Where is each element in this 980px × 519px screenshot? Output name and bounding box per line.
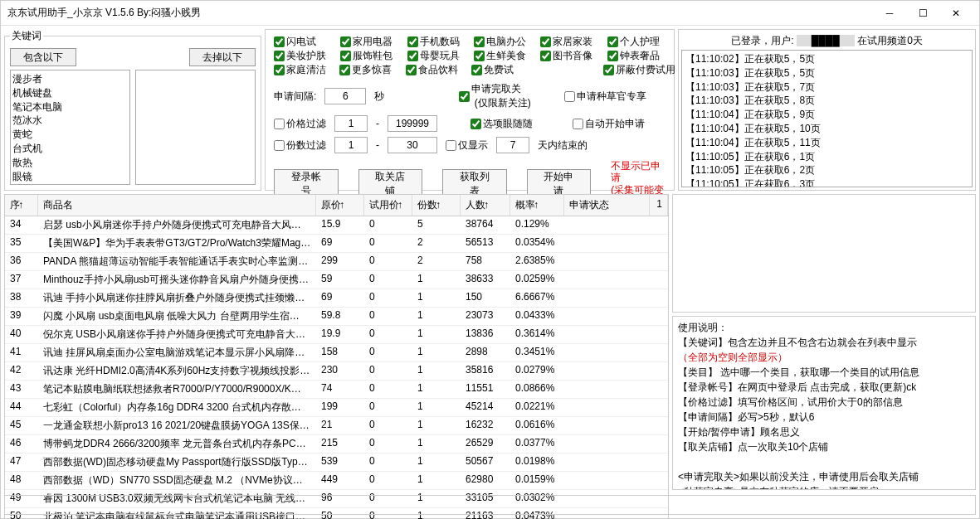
table-row[interactable]: 40倪尔克 USB小风扇迷你手持户外随身便携式可充电静音大…19.9011383… (5, 326, 668, 344)
price-lo[interactable] (334, 115, 368, 132)
table-row[interactable]: 42讯达康 光纤HDMI2.0高清4K系列60Hz支持数字视频线投影…23001… (5, 362, 668, 381)
table-row[interactable]: 36PANDA 熊猫超薄运动智能手表智能通话手表实时心率监测…299027582… (5, 253, 668, 271)
category-chk[interactable]: 家用电器 (340, 35, 398, 49)
table-row[interactable]: 43笔记本贴膜电脑纸联想拯救者R7000/P/Y7000/R9000X/K…74… (5, 381, 668, 399)
category-chk[interactable]: 生鲜美食 (474, 49, 532, 63)
follow-chk[interactable]: 选项眼随随 (470, 117, 533, 131)
table-row[interactable]: 39闪魔 小风扇 usb桌面电风扇 低噪大风力 台壁两用学生宿…59.80123… (5, 308, 668, 326)
log-box[interactable]: 【11:10:02】正在获取5，5页【11:10:03】正在获取5，5页【11:… (681, 50, 973, 187)
sort-arrow-icon: ↑ (18, 199, 23, 211)
price-hi[interactable] (388, 115, 437, 132)
table-row[interactable]: 44七彩虹（Colorful）内存条16g DDR4 3200 台式机内存散…1… (5, 399, 668, 417)
category-chk[interactable]: 家居家装 (540, 35, 598, 49)
table-row[interactable]: 45一龙通金联想小新pro13 16 2021/20键盘膜扬YOGA 13S保…… (5, 417, 668, 435)
help-panel: 使用说明：【关键词】包含左边并且不包含右边就会在列表中显示 （全部为空则全部显示… (672, 316, 976, 490)
table-row[interactable]: 46博带蚂龙DDR4 2666/3200频率 龙元普条台式机内存条PC游…215… (5, 435, 668, 454)
minimize-button[interactable]: ─ (873, 2, 906, 25)
copy-lo[interactable] (334, 137, 368, 153)
exclude-textarea[interactable] (135, 70, 256, 185)
category-chk[interactable]: 家庭清洁 (274, 63, 331, 77)
right-panel: 已登录，用户: ████ 在试用频道0天 【11:10:02】正在获取5，5页【… (678, 29, 976, 191)
status-bar (4, 495, 976, 515)
exclude-button[interactable]: 去掉以下 (189, 48, 256, 66)
table-body[interactable]: 34启瑟 usb小风扇迷你手持户外随身便携式可充电静音大风…15.9053876… (5, 216, 668, 519)
table-row[interactable]: 34启瑟 usb小风扇迷你手持户外随身便携式可充电静音大风…15.9053876… (5, 216, 668, 235)
titlebar: 京东试用助手_小京京 V1.5.6 By:闷骚小贱男 ─ ☐ ✕ (1, 1, 979, 26)
table-row[interactable]: 37Minthouz手持小风扇usb可摇头迷你静音风扇户外随身便携…590138… (5, 271, 668, 289)
table-header[interactable]: 序↑ 商品名 原价↑ 试用价↑ 份数↑ 人数↑ 概率↑ 申请状态 1 (5, 195, 668, 216)
include-button[interactable]: 包含以下 (10, 48, 76, 66)
auto-chk[interactable]: 自动开始申请 (573, 117, 645, 131)
include-textarea[interactable]: 漫步者 机械键盘 笔记本电脑 范冰水 黄蛇 台式机 散热 眼镜 豆浆机 空气炸锅… (10, 70, 130, 185)
table-row[interactable]: 48西部数据（WD）SN770 SSD固态硬盘 M.2 （NVMe协议）…449… (5, 472, 668, 490)
onlyshow-chk[interactable]: 仅显示 (446, 138, 488, 153)
category-chk[interactable]: 服饰鞋包 (340, 49, 398, 63)
keyword-legend: 关键词 (10, 29, 43, 43)
copy-filter-chk[interactable]: 份数过滤 (274, 138, 326, 153)
category-chk[interactable]: 美妆护肤 (274, 49, 332, 63)
onlyshow-days[interactable] (496, 137, 529, 153)
table-row[interactable]: 38讯迪 手持小风扇迷你挂脖风扇折叠户外随身便携式挂颈懒…69011506.66… (5, 289, 668, 308)
category-chk[interactable]: 手机数码 (407, 35, 466, 49)
apply-close-chk[interactable]: 申请完取关 (仅限新关注) (459, 82, 530, 110)
preview-panel (672, 194, 976, 313)
category-chk[interactable]: 图书音像 (540, 49, 598, 63)
seed-chk[interactable]: 申请种草官专享 (564, 90, 646, 104)
category-chk[interactable]: 更多惊喜 (339, 63, 397, 77)
config-panel: 闪电试家用电器手机数码电脑办公家居家装个人护理美妆护肤服饰鞋包母婴玩具生鲜美食图… (265, 29, 675, 191)
price-filter-chk[interactable]: 价格过滤 (274, 117, 326, 131)
category-chk[interactable]: 免费试 (471, 63, 529, 77)
category-chk[interactable]: 食品饮料 (406, 63, 463, 77)
close-button[interactable]: ✕ (939, 2, 973, 25)
category-chk[interactable]: 钟表奢品 (607, 49, 666, 63)
table-row[interactable]: 41讯迪 挂屏风扇桌面办公室电脑游戏笔记本显示屏小风扇降…1580128980.… (5, 344, 668, 362)
keyword-group: 关键词 包含以下 去掉以下 漫步者 机械键盘 笔记本电脑 范冰水 黄蛇 台式机 … (4, 29, 261, 191)
login-status: 已登录，用户: ████ 在试用频道0天 (681, 32, 973, 50)
window-title: 京东试用助手_小京京 V1.5.6 By:闷骚小贱男 (7, 6, 873, 20)
copy-hi[interactable] (388, 137, 437, 153)
interval-label: 申请间隔: (274, 90, 316, 104)
product-table: 序↑ 商品名 原价↑ 试用价↑ 份数↑ 人数↑ 概率↑ 申请状态 1 34启瑟 … (4, 194, 669, 519)
category-chk[interactable]: 屏蔽付费试用 (603, 63, 666, 77)
category-chk[interactable]: 母婴玩具 (407, 49, 466, 63)
table-row[interactable]: 47西部数据(WD)固态移动硬盘My Passport随行版SSD版Type-…… (5, 454, 668, 472)
interval-input[interactable] (324, 88, 366, 104)
category-chk[interactable]: 电脑办公 (474, 35, 532, 49)
maximize-button[interactable]: ☐ (906, 2, 939, 25)
table-row[interactable]: 35【美国W&P】华为手表表带GT3/GT2/Pro/Watch3荣耀Magic… (5, 235, 668, 253)
category-chk[interactable]: 个人护理 (607, 35, 666, 49)
category-chk[interactable]: 闪电试 (274, 35, 332, 49)
